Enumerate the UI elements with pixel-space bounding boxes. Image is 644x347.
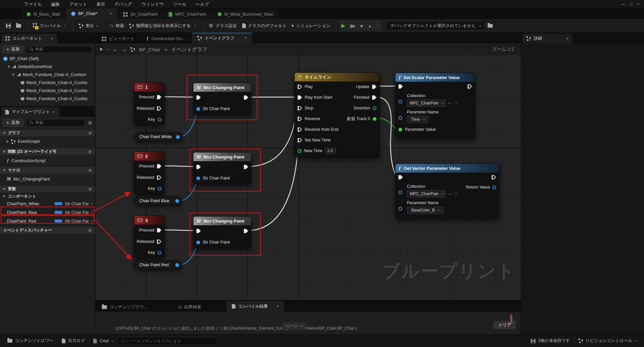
tab-compiler-results[interactable]: コンパイル結果 × (226, 301, 284, 312)
node-var-chair-paint-white[interactable]: Chair Paint White (134, 132, 183, 141)
save-button[interactable] (3, 20, 13, 31)
tab-event-graph[interactable]: イベントグラフ × (192, 33, 252, 43)
node-key-2[interactable]: 2 Pressed Released Key (134, 151, 165, 194)
data-pin-out[interactable] (175, 199, 179, 203)
section-functions[interactable]: 関数 (21 オーバーライド可 ⊕ (0, 148, 95, 155)
menu-window[interactable]: ウィンドウ (137, 0, 169, 8)
node-get-vector-parameter-value[interactable]: ƒGet Vector Parameter Value Collection M… (395, 163, 499, 219)
settings-gear-icon[interactable]: ⚙ (88, 120, 92, 125)
variable-chairpaint-blue[interactable]: ChairPaint_Blue Str Chair Pai (0, 209, 95, 216)
compile-options-icon[interactable]: ⋮ (63, 23, 67, 28)
variable-chairpaint-white[interactable]: ChairPaint_White Str Chair Pai (0, 200, 95, 208)
exec-pin-out[interactable] (244, 165, 248, 169)
node-key-3[interactable]: 3 Pressed Released Key (134, 216, 165, 258)
breadcrumb-root[interactable]: BP_Chair (139, 47, 160, 52)
node-set-scalar-parameter-value[interactable]: ƒSet Scalar Parameter Value Collection M… (395, 73, 475, 138)
expanded-arrow-icon[interactable] (12, 74, 15, 76)
exec-pin-in[interactable] (196, 229, 201, 233)
exec-pin-in[interactable] (398, 84, 403, 89)
node-macro-changing-paint-2[interactable]: MMcr Changing Paint Str Chair Paint (193, 152, 252, 184)
node-timeline[interactable]: タイムライン Play Update Play from Start Finis… (294, 72, 380, 157)
tab-construction-script[interactable]: ƒ Construction Scr... (141, 34, 191, 43)
clear-button[interactable]: クリア (494, 321, 516, 329)
data-pin-str-chair-paint[interactable] (196, 241, 200, 244)
tab-mpc-chairpaint[interactable]: MPC_ChairPaint (163, 10, 211, 19)
data-pin-track0[interactable] (373, 117, 376, 121)
variable-chairpaint-red[interactable]: ChairPaint_Red Str Chair Pai (0, 217, 95, 225)
nav-forward-icon[interactable]: → (122, 47, 127, 52)
data-pin-out[interactable] (176, 135, 180, 139)
exec-pin-reverse-from-end[interactable] (298, 127, 302, 132)
menu-help[interactable]: ヘルプ (191, 0, 214, 8)
play-icon[interactable]: ▶ (341, 23, 345, 29)
menu-tools[interactable]: ツール (168, 0, 191, 8)
revision-control-dropdown[interactable]: リビジョンコントロール (575, 338, 641, 344)
add-blueprint-item-button[interactable]: + 追加 (3, 119, 23, 127)
tab-components[interactable]: コンポーネント × (1, 34, 57, 43)
tab-my-blueprint[interactable]: マイブループリント × (1, 107, 59, 117)
scrollbar-thumb[interactable] (510, 314, 512, 324)
graph-canvas[interactable]: ⚑ ← → BP_Chair > イベントグラフ ズーム 1:1 ブループリント (95, 43, 521, 300)
hide-unrelated-button[interactable]: 無関係な項目を非表示にする ⋮ (127, 20, 200, 31)
exec-pin-released[interactable] (157, 240, 161, 244)
close-button[interactable]: × (637, 2, 639, 7)
close-icon[interactable]: × (51, 36, 53, 41)
tab-str-chairpaint[interactable]: Str_ChairPaint (118, 10, 163, 19)
parameter-name-dropdown[interactable]: BaseColor_B (407, 207, 444, 214)
exec-pin-set-new-time[interactable] (298, 138, 302, 142)
minimize-button[interactable]: — (621, 2, 625, 7)
tab-find-results[interactable]: 結果検索 (173, 302, 206, 312)
debug-browse-button[interactable] (485, 20, 495, 31)
section-variables[interactable]: 変数 ⊕ (0, 185, 95, 193)
menu-edit[interactable]: 編集 (46, 0, 64, 8)
output-log-button[interactable]: 出力ログ (58, 335, 89, 347)
parameter-name-dropdown[interactable]: Time (407, 116, 428, 123)
close-icon[interactable]: × (245, 36, 247, 40)
bookmark-icon[interactable]: ⚑ (99, 47, 103, 52)
data-pin-out[interactable] (175, 263, 179, 267)
compile-button[interactable]: ? コンパイル ⋮ (30, 20, 70, 31)
tree-row[interactable]: Mesh_Furniture_Chair-A_Cushion (0, 71, 95, 79)
tab-content-browser[interactable]: コンテンツブラウ... (97, 302, 153, 312)
exec-pin-out[interactable] (244, 95, 248, 100)
new-time-value-input[interactable]: 0.0 (325, 148, 335, 153)
browse-button[interactable] (13, 20, 24, 31)
exec-pin-pressed[interactable] (157, 164, 161, 168)
collapsed-arrow-icon[interactable] (3, 195, 5, 198)
data-pin-return-value[interactable] (492, 186, 496, 189)
console-command-input[interactable] (117, 337, 217, 345)
exec-pin-play[interactable] (298, 85, 302, 89)
group-components-variables[interactable]: コンポーネント (0, 193, 95, 199)
close-icon[interactable]: × (277, 304, 279, 309)
add-function-icon[interactable]: ⊕ (88, 149, 92, 154)
class-settings-button[interactable]: ⚙ クラス設定 (206, 20, 239, 31)
exec-pin-finished[interactable] (372, 95, 376, 100)
maximize-button[interactable]: □ (630, 2, 632, 7)
browse-icon[interactable] (454, 192, 458, 196)
exec-pin-update[interactable] (372, 85, 376, 89)
collection-dropdown[interactable]: MPC_ChairPain (407, 190, 446, 198)
unsaved-status[interactable]: 3個が未保存です (527, 338, 574, 344)
exec-pin-in[interactable] (196, 95, 201, 100)
stop-icon[interactable]: ■ (360, 23, 363, 28)
item-construction-script[interactable]: ƒ ConstructionScript (0, 157, 95, 165)
exec-pin-in[interactable] (196, 165, 201, 169)
data-pin-key[interactable] (158, 251, 161, 255)
add-component-button[interactable]: + 追加 (3, 45, 23, 53)
frame-skip-icon[interactable]: ▮▶ (350, 23, 356, 28)
chevron-down-icon[interactable] (91, 211, 93, 213)
tab-bp-chair[interactable]: BP_Chair* × (66, 8, 117, 19)
exec-pin-play-from-start[interactable] (298, 95, 302, 100)
section-macros[interactable]: マクロ ⊕ (0, 166, 95, 174)
my-blueprint-search-input[interactable]: 検索 (26, 119, 86, 126)
section-graphs[interactable]: グラフ ⊕ (0, 129, 95, 136)
browse-icon[interactable] (454, 101, 458, 105)
data-pin-collection[interactable] (398, 100, 402, 103)
exec-pin-pressed[interactable] (157, 228, 161, 233)
chevron-down-icon[interactable] (91, 220, 93, 222)
tab-details[interactable]: 詳細 × (522, 34, 573, 43)
close-icon[interactable]: × (566, 36, 569, 41)
node-var-chair-paint-red[interactable]: Chair Paint Red (134, 260, 182, 270)
exec-pin-released[interactable] (157, 176, 161, 180)
exec-pin-in[interactable] (398, 175, 403, 180)
